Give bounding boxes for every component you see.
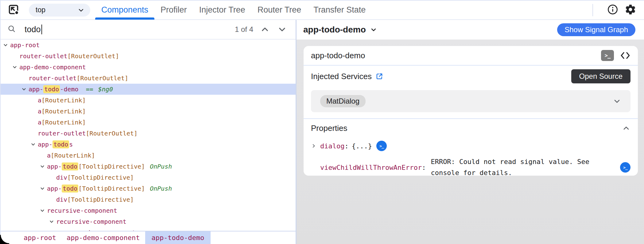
tree-node[interactable]: app-todos xyxy=(1,139,296,150)
property-colon: : xyxy=(344,142,348,150)
tree-node-label: router-outlet xyxy=(19,52,68,60)
chevron-down-icon xyxy=(613,97,621,105)
settings-button[interactable] xyxy=(624,4,637,16)
breadcrumb-item-app-todo-demo[interactable]: app-todo-demo xyxy=(145,231,210,244)
tree-node-label: [RouterOutlet] xyxy=(86,130,138,137)
chevron-down-icon[interactable] xyxy=(49,219,56,224)
service-chips: MatDialog xyxy=(320,95,366,107)
tab-router-tree[interactable]: Router Tree xyxy=(251,0,308,20)
tree-node[interactable]: router-outlet[RouterOutlet] xyxy=(1,128,296,139)
component-tree-panel: todo 1 of 4 app-rootrouter-outlet[Router… xyxy=(1,20,296,244)
info-icon xyxy=(607,4,618,16)
chevron-up-icon xyxy=(260,25,270,34)
window-corner xyxy=(0,235,9,244)
details-body: app-todo-demo >_ Injected Services O xyxy=(297,40,644,244)
tree-node[interactable]: a[RouterLink] xyxy=(1,117,296,128)
tree-node[interactable]: a[RouterLink] xyxy=(1,95,296,106)
properties-label: Properties xyxy=(311,124,347,133)
chevron-down-icon[interactable] xyxy=(21,86,29,92)
property-value: {...} xyxy=(352,142,372,150)
breadcrumb-item-app-demo-component[interactable]: app-demo-component xyxy=(67,231,140,244)
component-dropdown-button[interactable] xyxy=(370,26,378,34)
tree-node-label: OnPush xyxy=(145,163,172,170)
tree-node-label: -demo xyxy=(60,86,78,93)
property-rows: dialog:{...}>_viewChildWillThrowAnError:… xyxy=(311,139,630,176)
chevron-down-icon[interactable] xyxy=(40,186,47,191)
open-injector-link[interactable] xyxy=(375,72,383,80)
chevron-right-icon[interactable] xyxy=(311,143,320,149)
tree-node-label: a xyxy=(47,152,51,159)
tree-search-bar: todo 1 of 4 xyxy=(1,20,296,40)
tree-node-label: app- xyxy=(29,86,43,93)
tree-node-label: app- xyxy=(38,141,52,148)
search-input[interactable]: todo xyxy=(25,25,42,34)
property-colon: : xyxy=(422,164,426,171)
tree-node[interactable]: a[RouterLink] xyxy=(1,106,296,117)
tree-node-label: [RouterLink] xyxy=(41,108,86,115)
info-button[interactable] xyxy=(607,4,619,16)
component-tree: app-rootrouter-outlet[RouterOutlet]app-d… xyxy=(1,40,296,231)
breadcrumb-item-app-root[interactable]: app-root xyxy=(24,231,56,244)
tree-node[interactable]: recursive-component xyxy=(1,205,296,216)
view-source-button[interactable] xyxy=(620,50,630,61)
inspect-target-button[interactable] xyxy=(7,3,20,17)
tree-node-label: router-outlet xyxy=(38,130,86,137)
tree-node-label: [RouterLink] xyxy=(41,97,86,104)
tree-node[interactable]: a[RouterLink] xyxy=(1,150,296,161)
tree-node[interactable]: router-outlet[RouterOutlet] xyxy=(1,73,296,84)
frame-selector-dropdown[interactable]: top xyxy=(29,4,90,17)
search-next-button[interactable] xyxy=(277,24,288,35)
tree-node-label: [TooltipDirective] xyxy=(78,185,145,192)
tree-node-label: router-outlet xyxy=(29,74,77,82)
tree-node[interactable]: div[TooltipDirective] xyxy=(1,194,296,205)
chevron-down-icon[interactable] xyxy=(40,208,47,213)
tree-node[interactable]: div[TooltipDirective] xyxy=(1,172,296,183)
collapse-properties-button[interactable] xyxy=(622,124,630,132)
log-to-console-button[interactable]: >_ xyxy=(601,50,614,61)
tab-profiler[interactable]: Profiler xyxy=(154,0,193,20)
chevron-down-icon[interactable] xyxy=(12,64,19,70)
tab-transfer-state[interactable]: Transfer State xyxy=(307,0,372,20)
services-list: MatDialog xyxy=(311,90,630,112)
angular-devtools-window: top ComponentsProfilerInjector TreeRoute… xyxy=(0,0,644,244)
toolbar: top ComponentsProfilerInjector TreeRoute… xyxy=(1,1,644,20)
injected-services-section: Injected Services Open Source MatDialog xyxy=(304,66,638,119)
property-row-dialog[interactable]: dialog:{...}>_ xyxy=(311,139,630,153)
log-value-to-console-button[interactable]: >_ xyxy=(620,162,630,173)
tab-injector-tree[interactable]: Injector Tree xyxy=(193,0,251,20)
tree-node-label: [RouterOutlet] xyxy=(77,74,129,82)
log-value-to-console-button[interactable]: >_ xyxy=(376,141,387,151)
inspect-target-icon xyxy=(7,3,20,17)
tree-node-label: OnPush xyxy=(145,185,172,192)
chevron-down-icon[interactable] xyxy=(3,42,10,48)
show-signal-graph-button[interactable]: Show Signal Graph xyxy=(557,23,635,36)
chevron-down-icon[interactable] xyxy=(30,142,38,147)
tree-node-label: a xyxy=(38,119,41,126)
chevron-down-icon[interactable] xyxy=(40,164,47,169)
expand-services-button[interactable] xyxy=(613,97,621,105)
tree-node-label: app- xyxy=(47,163,62,170)
tree-node-label: [RouterLink] xyxy=(41,119,86,126)
tree-node-label: [TooltipDirective] xyxy=(78,163,145,170)
chevron-down-icon xyxy=(370,26,378,34)
property-row-viewchildwillthrowanerror[interactable]: viewChildWillThrowAnError:ERROR: Could n… xyxy=(311,156,630,176)
service-chip-matdialog[interactable]: MatDialog xyxy=(320,95,366,107)
tree-node[interactable]: router-outlet[RouterOutlet] xyxy=(1,51,296,62)
search-prev-button[interactable] xyxy=(259,24,270,35)
external-link-icon xyxy=(375,72,383,80)
tree-node[interactable]: app-todo[TooltipDirective] OnPush xyxy=(1,183,296,194)
tree-node[interactable]: app-todo-demo == $ng0 xyxy=(1,84,296,95)
toolbar-actions xyxy=(592,4,644,16)
tree-node-label: [RouterLink] xyxy=(51,152,95,159)
details-header: app-todo-demo Show Signal Graph xyxy=(297,20,644,40)
tree-node-label: [RouterOutlet] xyxy=(68,52,119,60)
search-input-value: todo xyxy=(25,25,41,34)
tree-node[interactable]: app-todo[TooltipDirective] OnPush xyxy=(1,161,296,172)
tree-node[interactable]: app-root xyxy=(1,40,296,51)
tree-node[interactable]: recursive-component xyxy=(1,227,296,231)
chevron-down-icon xyxy=(277,25,287,34)
open-source-button[interactable]: Open Source xyxy=(571,69,630,83)
tree-node[interactable]: app-demo-component xyxy=(1,62,296,73)
tree-node[interactable]: recursive-component xyxy=(1,216,296,227)
tab-components[interactable]: Components xyxy=(95,0,154,20)
